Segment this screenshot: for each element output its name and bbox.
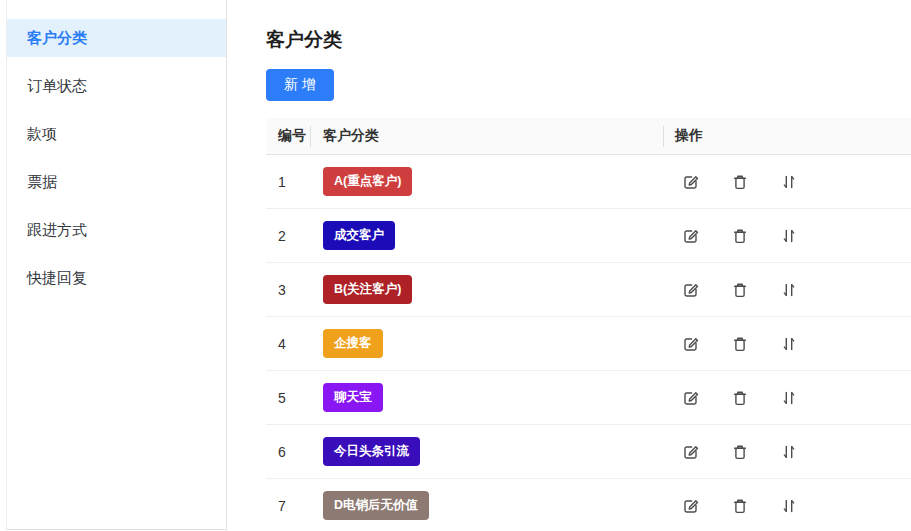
- sidebar-item-inner: 客户分类: [7, 19, 226, 57]
- sidebar-item-4[interactable]: 跟进方式: [7, 206, 226, 254]
- sort-icon[interactable]: [780, 281, 798, 299]
- sidebar: 客户分类 订单状态 款项 票据 跟进方式 快捷回复: [6, 0, 227, 530]
- col-header-actions: 操作: [663, 118, 911, 154]
- sort-icon[interactable]: [780, 227, 798, 245]
- sidebar-item-inner: 票据: [7, 163, 226, 201]
- category-badge: 企搜客: [323, 329, 383, 358]
- row-actions: [663, 155, 911, 208]
- edit-icon[interactable]: [682, 389, 700, 407]
- delete-icon[interactable]: [731, 335, 749, 353]
- table-row: 6 今日头条引流: [266, 425, 911, 479]
- row-category-cell: 聊天宝: [310, 371, 663, 424]
- sidebar-item-label: 票据: [27, 173, 57, 192]
- row-id: 1: [266, 155, 310, 208]
- edit-icon[interactable]: [682, 173, 700, 191]
- delete-icon[interactable]: [731, 227, 749, 245]
- row-actions: [663, 209, 911, 262]
- table-row: 4 企搜客: [266, 317, 911, 371]
- category-badge: 今日头条引流: [323, 437, 420, 466]
- row-id: 5: [266, 371, 310, 424]
- app-root: 客户分类 订单状态 款项 票据 跟进方式 快捷回复 客户分类 新 增 编号 客户…: [0, 0, 911, 531]
- delete-icon[interactable]: [731, 389, 749, 407]
- row-actions: [663, 371, 911, 424]
- table-row: 7 D电销后无价值: [266, 479, 911, 531]
- edit-icon[interactable]: [682, 281, 700, 299]
- edit-icon[interactable]: [682, 443, 700, 461]
- delete-icon[interactable]: [731, 497, 749, 515]
- row-category-cell: D电销后无价值: [310, 479, 663, 531]
- sidebar-item-inner: 跟进方式: [7, 211, 226, 249]
- row-category-cell: 企搜客: [310, 317, 663, 370]
- row-actions: [663, 479, 911, 531]
- delete-icon[interactable]: [731, 173, 749, 191]
- table-header: 编号 客户分类 操作: [266, 118, 911, 155]
- sidebar-item-label: 客户分类: [27, 29, 87, 48]
- col-header-category: 客户分类: [310, 118, 663, 154]
- sort-icon[interactable]: [780, 173, 798, 191]
- page-title: 客户分类: [266, 27, 911, 52]
- row-category-cell: A(重点客户): [310, 155, 663, 208]
- category-table: 编号 客户分类 操作 1 A(重点客户): [266, 118, 911, 531]
- edit-icon[interactable]: [682, 497, 700, 515]
- category-badge: 成交客户: [323, 221, 395, 250]
- table-body: 1 A(重点客户): [266, 155, 911, 531]
- row-id: 7: [266, 479, 310, 531]
- edit-icon[interactable]: [682, 335, 700, 353]
- category-badge: 聊天宝: [323, 383, 383, 412]
- table-row: 5 聊天宝: [266, 371, 911, 425]
- sort-icon[interactable]: [780, 497, 798, 515]
- table-row: 2 成交客户: [266, 209, 911, 263]
- sidebar-menu: 客户分类 订单状态 款项 票据 跟进方式 快捷回复: [7, 14, 226, 302]
- table-row: 3 B(关注客户): [266, 263, 911, 317]
- sort-icon[interactable]: [780, 443, 798, 461]
- row-category-cell: 今日头条引流: [310, 425, 663, 478]
- row-actions: [663, 425, 911, 478]
- sidebar-item-inner: 款项: [7, 115, 226, 153]
- sidebar-item-label: 快捷回复: [27, 269, 87, 288]
- sidebar-item-label: 款项: [27, 125, 57, 144]
- row-id: 2: [266, 209, 310, 262]
- row-category-cell: 成交客户: [310, 209, 663, 262]
- sidebar-item-inner: 订单状态: [7, 67, 226, 105]
- delete-icon[interactable]: [731, 281, 749, 299]
- table-row: 1 A(重点客户): [266, 155, 911, 209]
- row-id: 3: [266, 263, 310, 316]
- sort-icon[interactable]: [780, 389, 798, 407]
- row-actions: [663, 263, 911, 316]
- add-button[interactable]: 新 增: [266, 69, 334, 101]
- edit-icon[interactable]: [682, 227, 700, 245]
- category-badge: B(关注客户): [323, 275, 412, 304]
- main-content: 客户分类 新 增 编号 客户分类 操作 1 A(重点客户): [266, 0, 911, 531]
- sidebar-item-inner: 快捷回复: [7, 259, 226, 297]
- category-badge: D电销后无价值: [323, 491, 429, 520]
- row-id: 6: [266, 425, 310, 478]
- sort-icon[interactable]: [780, 335, 798, 353]
- row-category-cell: B(关注客户): [310, 263, 663, 316]
- category-badge: A(重点客户): [323, 167, 412, 196]
- delete-icon[interactable]: [731, 443, 749, 461]
- row-id: 4: [266, 317, 310, 370]
- sidebar-item-2[interactable]: 款项: [7, 110, 226, 158]
- sidebar-item-1[interactable]: 订单状态: [7, 62, 226, 110]
- sidebar-item-label: 订单状态: [27, 77, 87, 96]
- col-header-id: 编号: [266, 118, 310, 154]
- sidebar-item-label: 跟进方式: [27, 221, 87, 240]
- sidebar-item-3[interactable]: 票据: [7, 158, 226, 206]
- row-actions: [663, 317, 911, 370]
- sidebar-item-0[interactable]: 客户分类: [7, 14, 226, 62]
- sidebar-item-5[interactable]: 快捷回复: [7, 254, 226, 302]
